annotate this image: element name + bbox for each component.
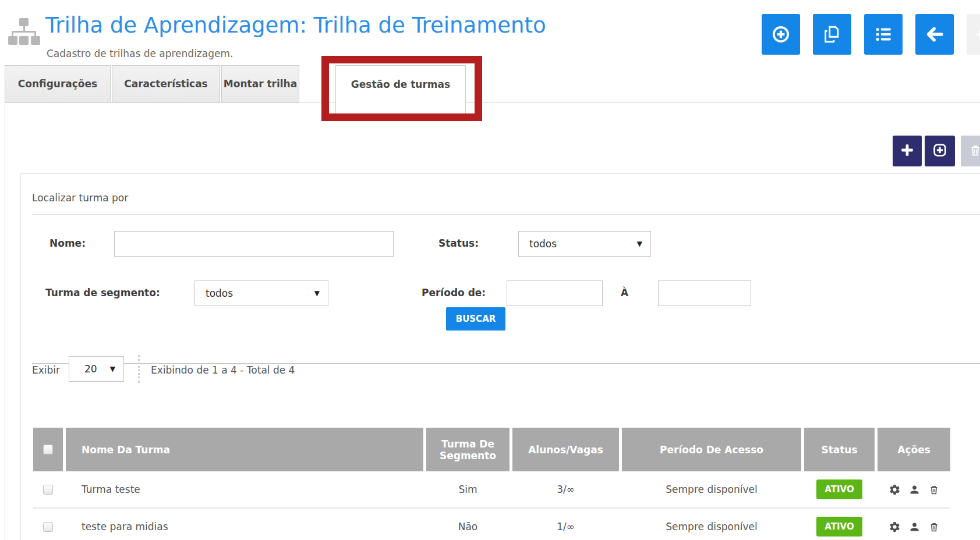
- periodo-label: Período de:: [422, 287, 486, 299]
- page-title: Trilha de Aprendizagem: Trilha de Treina…: [45, 13, 546, 38]
- cell-status: ATIVO: [804, 509, 875, 540]
- tab-label: Configurações: [18, 78, 97, 90]
- row-checkbox[interactable]: [43, 522, 53, 532]
- person-icon[interactable]: [908, 521, 921, 533]
- extra-button-partial[interactable]: [967, 14, 980, 55]
- cell-periodo: Sempre disponível: [622, 471, 801, 507]
- page-size-select[interactable]: 20 ▼: [69, 356, 124, 382]
- col-header-alunos-vagas[interactable]: Alunos/Vagas: [512, 428, 619, 471]
- copy-icon: [822, 24, 842, 44]
- col-header-nome[interactable]: Nome Da Turma: [66, 428, 423, 471]
- chevron-down-icon: ▼: [314, 289, 320, 297]
- gear-icon[interactable]: [889, 521, 901, 533]
- list-summary: Exibindo de 1 a 4 - Total de 4: [151, 364, 295, 376]
- back-button[interactable]: [915, 14, 954, 55]
- segmento-label: Turma de segmento:: [45, 287, 160, 299]
- partial-plus-icon: [974, 28, 980, 41]
- status-label: Status:: [438, 237, 479, 249]
- cell-segmento: Não: [426, 509, 510, 540]
- cell-nome: Turma teste: [66, 471, 423, 507]
- add-turma-alt-button[interactable]: [925, 136, 955, 166]
- select-all-cell: [33, 428, 63, 471]
- row-checkbox[interactable]: [43, 485, 53, 495]
- divider: [32, 214, 980, 215]
- row-select-cell: [33, 471, 63, 507]
- tab-label: Montar trilha: [224, 78, 297, 90]
- cell-segmento: Sim: [426, 471, 510, 507]
- list-button[interactable]: [864, 14, 903, 55]
- row-select-cell: [33, 509, 63, 540]
- cell-alunos-vagas: 3/∞: [512, 471, 619, 507]
- person-icon[interactable]: [908, 484, 921, 496]
- gear-icon[interactable]: [889, 484, 901, 496]
- periodo-to-label: À: [621, 287, 628, 299]
- arrow-left-icon: [924, 24, 945, 45]
- tab-configuracoes[interactable]: Configurações: [5, 65, 111, 102]
- page-subtitle: Cadastro de trilhas de aprendizagem.: [47, 48, 233, 59]
- list-icon: [873, 24, 893, 44]
- nome-input[interactable]: [114, 231, 394, 257]
- delete-turma-button-disabled[interactable]: [961, 136, 980, 166]
- add-button[interactable]: [762, 14, 800, 55]
- plus-circle-icon: [771, 24, 791, 44]
- table-row: Turma teste Sim 3/∞ Sempre disponível AT…: [33, 471, 950, 509]
- plus-icon: [900, 143, 915, 160]
- tab-label: Gestão de turmas: [351, 79, 450, 90]
- tab-label: Características: [124, 78, 208, 90]
- turmas-table: Nome Da Turma Turma De Segmento Alunos/V…: [33, 428, 950, 540]
- status-badge: ATIVO: [816, 479, 862, 499]
- cell-acoes: [878, 509, 950, 540]
- trash-icon: [968, 143, 980, 159]
- sitemap-icon: [7, 17, 41, 49]
- segmento-select-value: todos: [206, 287, 233, 299]
- cell-alunos-vagas: 1/∞: [512, 509, 619, 540]
- col-header-acoes[interactable]: Ações: [878, 428, 950, 471]
- search-panel-title: Localizar turma por: [32, 192, 128, 204]
- page: Trilha de Aprendizagem: Trilha de Treina…: [0, 0, 980, 540]
- table-header-row: Nome Da Turma Turma De Segmento Alunos/V…: [33, 428, 950, 471]
- plus-square-icon: [932, 142, 948, 161]
- tab-gestao-de-turmas[interactable]: Gestão de turmas: [335, 65, 466, 114]
- periodo-from-input[interactable]: [507, 280, 603, 306]
- add-turma-button[interactable]: [893, 136, 922, 166]
- select-all-checkbox[interactable]: [43, 445, 53, 454]
- chevron-down-icon: ▼: [110, 365, 115, 373]
- tab-caracteristicas[interactable]: Características: [112, 65, 220, 102]
- table-row: teste para midias Não 1/∞ Sempre disponí…: [33, 509, 950, 540]
- content-top-border: [5, 102, 980, 103]
- buscar-button[interactable]: BUSCAR: [446, 307, 505, 331]
- col-header-periodo[interactable]: Período De Acesso: [622, 428, 801, 471]
- cell-periodo: Sempre disponível: [622, 509, 801, 540]
- page-size-value: 20: [84, 363, 97, 375]
- dotted-separator: [138, 355, 140, 383]
- periodo-to-input[interactable]: [658, 280, 751, 306]
- exibir-label: Exibir: [32, 364, 60, 376]
- trash-icon[interactable]: [928, 484, 940, 496]
- col-header-segmento[interactable]: Turma De Segmento: [426, 428, 510, 471]
- cell-acoes: [878, 471, 950, 507]
- cell-nome: teste para midias: [66, 509, 423, 540]
- nome-label: Nome:: [49, 237, 86, 249]
- status-select-value: todos: [529, 238, 557, 250]
- cell-status: ATIVO: [804, 471, 875, 507]
- tab-montar-trilha[interactable]: Montar trilha: [221, 65, 299, 102]
- status-select[interactable]: todos ▼: [518, 231, 651, 257]
- status-badge: ATIVO: [816, 517, 862, 537]
- trash-icon[interactable]: [928, 521, 940, 533]
- col-header-status[interactable]: Status: [804, 428, 875, 471]
- content-left-border: [5, 102, 5, 540]
- copy-button[interactable]: [813, 14, 851, 55]
- chevron-down-icon: ▼: [637, 240, 642, 248]
- segmento-select[interactable]: todos ▼: [194, 280, 328, 306]
